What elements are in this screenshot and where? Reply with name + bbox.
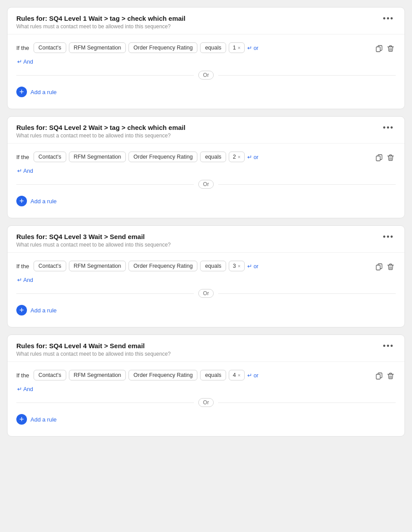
or-divider-4: Or [16,398,396,407]
contacts-pill-2[interactable]: Contact's [34,152,66,162]
value-text-4: 4 [233,372,236,378]
card-subtitle-1: What rules must a contact meet to be all… [16,23,185,30]
equals-pill-1[interactable]: equals [200,42,226,53]
divider-line-right-3 [218,293,396,294]
copy-icon-2 [376,154,383,161]
delete-icon-2 [387,154,394,161]
condition-row-1: If the Contact's RFM Segmentation Order … [16,42,374,53]
card-title-3: Rules for: SQ4 Level 3 Wait > Send email [16,233,171,240]
and-link-3[interactable]: ↵ And [17,277,33,283]
and-link-1[interactable]: ↵ And [17,59,33,65]
rule-card-2: Rules for: SQ4 Level 2 Wait > tag > chec… [7,116,405,218]
equals-pill-2[interactable]: equals [200,152,226,162]
contacts-pill-4[interactable]: Contact's [34,370,66,380]
more-button-4[interactable]: ••• [381,342,396,350]
or-link-2[interactable]: ↵ or [247,154,259,160]
card-subtitle-3: What rules must a contact meet to be all… [16,242,171,248]
or-badge-2: Or [198,180,214,189]
or-badge-4: Or [198,398,214,407]
row-actions-4 [374,370,396,381]
equals-pill-3[interactable]: equals [200,261,226,271]
divider-line-left-4 [16,403,194,403]
remove-value-btn-4[interactable]: × [238,372,240,378]
rfm-pill-2[interactable]: RFM Segmentation [69,152,126,162]
value-pill-2[interactable]: 2 × [229,152,244,162]
value-text-1: 1 [233,45,236,51]
and-link-row-1: ↵ And [16,57,374,65]
contacts-pill-1[interactable]: Contact's [34,42,66,53]
rule-card-4: Rules for: SQ4 Level 4 Wait > Send email… [7,334,405,437]
equals-pill-4[interactable]: equals [200,370,226,380]
and-link-row-2: ↵ And [16,167,374,175]
divider-line-left-2 [16,184,194,185]
row-actions-1 [374,42,396,54]
condition-main-1: If the Contact's RFM Segmentation Order … [16,42,374,65]
add-rule-row-3[interactable]: + Add a rule [16,301,396,323]
copy-icon-1 [376,45,383,52]
condition-wrapper-4: If the Contact's RFM Segmentation Order … [16,370,396,393]
delete-btn-3[interactable] [386,262,396,272]
or-link-3[interactable]: ↵ or [247,263,259,270]
rating-pill-1[interactable]: Order Frequency Rating [129,42,197,53]
and-link-2[interactable]: ↵ And [17,168,33,174]
card-header-2: Rules for: SQ4 Level 2 Wait > tag > chec… [8,117,404,144]
add-rule-icon-2: + [16,196,27,206]
svg-rect-3 [376,156,380,161]
or-badge-3: Or [198,289,214,298]
condition-main-3: If the Contact's RFM Segmentation Order … [16,261,374,284]
rating-pill-4[interactable]: Order Frequency Rating [129,370,197,380]
add-rule-icon-3: + [16,305,27,315]
delete-icon-1 [387,45,394,52]
divider-line-right-2 [218,184,396,185]
delete-btn-1[interactable] [386,43,396,54]
add-rule-icon-1: + [16,87,27,97]
contacts-pill-3[interactable]: Contact's [34,261,66,271]
condition-row-3: If the Contact's RFM Segmentation Order … [16,261,374,271]
rfm-pill-4[interactable]: RFM Segmentation [69,370,126,380]
card-header-text-4: Rules for: SQ4 Level 4 Wait > Send email… [16,342,171,357]
or-divider-2: Or [16,180,396,189]
more-button-1[interactable]: ••• [381,15,396,23]
value-pill-3[interactable]: 3 × [229,261,244,271]
svg-rect-1 [376,47,380,52]
add-rule-row-1[interactable]: + Add a rule [16,83,396,104]
condition-wrapper-1: If the Contact's RFM Segmentation Order … [16,42,396,65]
rule-card-1: Rules for: SQ4 Level 1 Wait > tag > chec… [7,7,405,109]
condition-wrapper-3: If the Contact's RFM Segmentation Order … [16,261,396,284]
row-actions-2 [374,152,396,163]
add-rule-label-1: Add a rule [30,89,57,95]
more-button-3[interactable]: ••• [381,233,396,241]
or-link-1[interactable]: ↵ or [247,45,259,51]
value-pill-4[interactable]: 4 × [229,370,244,380]
card-subtitle-4: What rules must a contact meet to be all… [16,351,171,357]
copy-btn-3[interactable] [374,262,385,272]
card-header-4: Rules for: SQ4 Level 4 Wait > Send email… [8,335,404,362]
remove-value-btn-3[interactable]: × [238,263,240,269]
card-header-text-3: Rules for: SQ4 Level 3 Wait > Send email… [16,233,171,248]
add-rule-row-2[interactable]: + Add a rule [16,192,396,213]
add-rule-row-4[interactable]: + Add a rule [16,410,396,432]
delete-btn-4[interactable] [386,371,396,381]
delete-icon-4 [387,372,394,380]
card-title-2: Rules for: SQ4 Level 2 Wait > tag > chec… [16,124,185,131]
delete-btn-2[interactable] [386,152,396,163]
copy-btn-1[interactable] [374,43,385,54]
more-button-2[interactable]: ••• [381,124,396,132]
remove-value-btn-1[interactable]: × [238,45,240,50]
card-body-2: If the Contact's RFM Segmentation Order … [8,144,404,218]
remove-value-btn-2[interactable]: × [238,154,240,160]
rating-pill-2[interactable]: Order Frequency Rating [129,152,197,162]
row-actions-3 [374,261,396,272]
card-header-text-2: Rules for: SQ4 Level 2 Wait > tag > chec… [16,124,185,139]
and-link-4[interactable]: ↵ And [17,386,33,392]
rfm-pill-3[interactable]: RFM Segmentation [69,261,126,271]
copy-btn-4[interactable] [374,371,385,381]
rating-pill-3[interactable]: Order Frequency Rating [129,261,197,271]
divider-line-left-1 [16,75,194,76]
copy-btn-2[interactable] [374,152,385,163]
svg-rect-5 [376,265,380,270]
add-rule-icon-4: + [16,414,27,425]
or-link-4[interactable]: ↵ or [247,372,259,379]
value-pill-1[interactable]: 1 × [229,42,244,53]
rfm-pill-1[interactable]: RFM Segmentation [69,42,126,53]
